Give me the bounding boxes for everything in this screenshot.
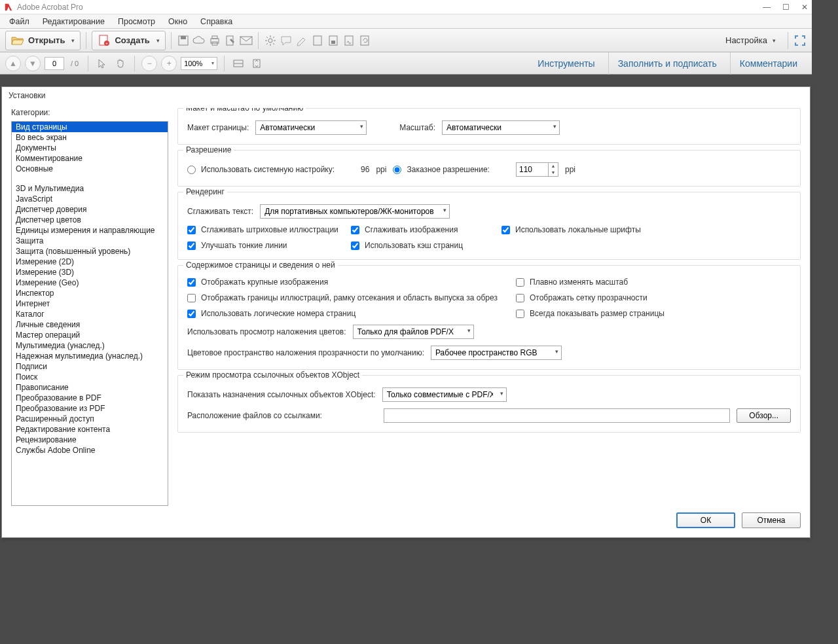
logical-page-numbers-checkbox[interactable]: Использовать логические номера страниц	[187, 309, 355, 318]
page-icon[interactable]	[311, 34, 324, 47]
category-item[interactable]: Рецензирование	[12, 435, 168, 445]
category-item[interactable]: Измерение (3D)	[12, 267, 168, 277]
category-item[interactable]: Преобразование в PDF	[12, 393, 168, 403]
category-item[interactable]: 3D и Мультимедиа	[12, 183, 168, 194]
local-fonts-checkbox[interactable]: Использовать локальные шрифты	[501, 225, 641, 234]
categories-list[interactable]: Вид страницыВо весь экранДокументыКоммен…	[11, 121, 168, 506]
large-images-checkbox[interactable]: Отображать крупные изображения	[187, 277, 328, 287]
smooth-text-select[interactable]: Для портативных компьютеров/ЖК-мониторов	[260, 204, 450, 219]
custom-resolution-radio[interactable]: Заказное разрешение:	[393, 165, 490, 174]
comment-icon[interactable]	[280, 34, 293, 47]
page-layout-select[interactable]: Автоматически	[255, 120, 367, 135]
category-item[interactable]: Правописание	[12, 382, 168, 393]
refresh-page-icon[interactable]	[358, 34, 371, 47]
menu-view[interactable]: Просмотр	[111, 16, 162, 27]
sign-page-icon[interactable]	[342, 34, 355, 47]
xobject-location-input[interactable]	[384, 408, 730, 423]
category-item[interactable]: Поиск	[12, 372, 168, 382]
pointer-icon[interactable]	[95, 56, 109, 71]
system-resolution-radio[interactable]: Использовать системную настройку:	[187, 165, 335, 174]
category-item[interactable]: Документы	[12, 143, 168, 153]
transparency-space-select[interactable]: Рабочее пространство RGB	[431, 346, 562, 360]
category-item[interactable]: Измерение (2D)	[12, 257, 168, 267]
svg-text:+: +	[106, 41, 109, 45]
category-item[interactable]: Мастер операций	[12, 330, 168, 340]
browse-button[interactable]: Обзор...	[737, 408, 791, 423]
cancel-button[interactable]: Отмена	[742, 512, 801, 528]
customize-button[interactable]: Настройка	[719, 35, 782, 45]
transparency-grid-checkbox[interactable]: Отображать сетку прозрачности	[516, 293, 791, 302]
fit-page-icon[interactable]	[249, 56, 264, 71]
close-icon[interactable]: ✕	[801, 3, 808, 12]
zoom-input[interactable]: 100%	[181, 57, 217, 70]
fullscreen-icon[interactable]	[793, 34, 807, 47]
svg-rect-26	[253, 60, 260, 67]
category-item[interactable]: JavaScript	[12, 194, 168, 204]
category-item[interactable]: Измерение (Geo)	[12, 277, 168, 288]
category-item[interactable]: Единицы измерения и направляющие	[12, 225, 168, 236]
resolution-spinner[interactable]: ▲▼	[549, 162, 558, 177]
overprint-select[interactable]: Только для файлов PDF/X	[353, 325, 474, 339]
menu-help[interactable]: Справка	[194, 16, 239, 27]
fit-width-icon[interactable]	[231, 56, 246, 71]
highlight-icon[interactable]	[295, 34, 308, 47]
mail-icon[interactable]	[240, 34, 253, 47]
art-boxes-checkbox[interactable]: Отображать границы иллюстраций, рамку от…	[187, 293, 498, 302]
menu-edit[interactable]: Редактирование	[36, 16, 111, 27]
category-item[interactable]: Редактирование контента	[12, 424, 168, 435]
category-item[interactable]: Вид страницы	[12, 122, 168, 132]
page-cache-checkbox[interactable]: Использовать кэш страниц	[351, 241, 463, 250]
page-up-button[interactable]: ▲	[5, 56, 21, 71]
category-item[interactable]: Каталог	[12, 309, 168, 319]
category-item[interactable]: Расширенный доступ	[12, 414, 168, 424]
panel-fill-sign[interactable]: Заполнить и подписать	[608, 52, 726, 75]
category-item[interactable]: Диспетчер доверия	[12, 204, 168, 215]
smooth-zoom-checkbox[interactable]: Плавно изменять масштаб	[516, 277, 791, 287]
menu-file[interactable]: Файл	[3, 16, 36, 27]
save-icon[interactable]	[177, 34, 190, 47]
category-item[interactable]: Защита (повышенный уровень)	[12, 246, 168, 257]
category-item[interactable]: Личные сведения	[12, 319, 168, 330]
page-number-input[interactable]	[45, 57, 64, 70]
edit-doc-icon[interactable]	[224, 34, 237, 47]
category-item[interactable]: Основные	[12, 164, 168, 174]
category-item[interactable]: Инспектор	[12, 288, 168, 298]
ok-button[interactable]: ОК	[676, 512, 735, 528]
category-item[interactable]: Службы Adobe Online	[12, 445, 168, 456]
zoom-select[interactable]: Автоматически	[442, 120, 560, 135]
category-item[interactable]: Подписи	[12, 361, 168, 372]
minimize-icon[interactable]: —	[763, 3, 771, 12]
category-item[interactable]: Преобразование из PDF	[12, 403, 168, 414]
xobject-show-select[interactable]: Только совместимые с PDF/X-5	[382, 387, 507, 402]
zoom-in-button[interactable]: +	[161, 56, 177, 71]
category-item[interactable]: Интернет	[12, 298, 168, 309]
maximize-icon[interactable]: ☐	[782, 3, 790, 12]
category-item[interactable]: Защита	[12, 236, 168, 246]
menu-window[interactable]: Окно	[162, 16, 194, 27]
lock-page-icon[interactable]	[327, 34, 340, 47]
cloud-icon[interactable]	[192, 34, 206, 47]
transparency-space-label: Цветовое пространство наложения прозрачн…	[187, 348, 424, 357]
page-down-button[interactable]: ▼	[25, 56, 41, 71]
custom-resolution-input[interactable]	[516, 162, 549, 177]
category-item[interactable]: Диспетчер цветов	[12, 215, 168, 225]
gear-icon[interactable]	[264, 34, 277, 47]
category-item[interactable]: Во весь экран	[12, 132, 168, 143]
print-icon[interactable]	[208, 34, 221, 47]
smooth-images-checkbox[interactable]: Сглаживать изображения	[351, 225, 495, 234]
create-button[interactable]: + Создать	[92, 31, 165, 50]
show-page-size-checkbox[interactable]: Всегда показывать размер страницы	[516, 309, 791, 318]
category-item[interactable]: Надежная мультимедиа (унаслед.)	[12, 351, 168, 361]
xobject-location-label: Расположение файлов со ссылками:	[187, 411, 377, 420]
open-button[interactable]: Открыть	[5, 31, 81, 50]
svg-line-18	[273, 37, 274, 38]
smooth-lineart-checkbox[interactable]: Сглаживать штриховые иллюстрации	[187, 225, 344, 234]
category-item[interactable]: Мультимедиа (унаслед.)	[12, 340, 168, 351]
category-item[interactable]: Комментирование	[12, 153, 168, 164]
hand-icon[interactable]	[113, 56, 128, 71]
thin-lines-checkbox[interactable]: Улучшать тонкие линии	[187, 241, 344, 250]
categories-label: Категории:	[11, 108, 168, 117]
zoom-out-button[interactable]: −	[141, 56, 157, 71]
panel-comments[interactable]: Комментарии	[730, 52, 807, 75]
panel-tools[interactable]: Инструменты	[528, 52, 604, 75]
